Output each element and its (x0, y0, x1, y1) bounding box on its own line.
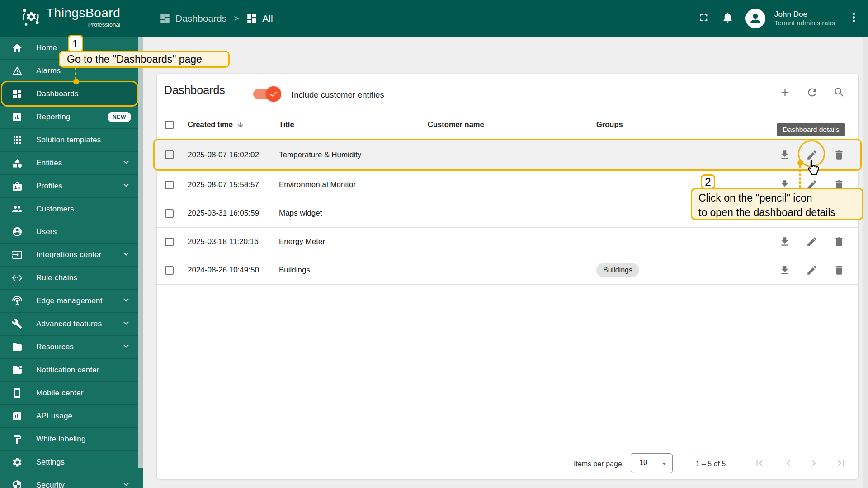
sidebar-item-label: White labeling (36, 435, 86, 444)
window-scrollbar[interactable] (863, 37, 868, 488)
fullscreen-icon (698, 11, 710, 23)
notifications-button[interactable] (722, 11, 734, 25)
sidebar-item-reporting[interactable]: Reporting NEW (0, 106, 138, 129)
chevron-down-icon (121, 318, 131, 330)
group-chip[interactable]: Buildings (596, 263, 639, 277)
chevron-down-icon (121, 180, 131, 192)
avatar[interactable] (745, 9, 765, 28)
more-vert-icon (848, 11, 860, 23)
chart-icon (12, 411, 23, 422)
sidebar-item-integrations-center[interactable]: Integrations center (0, 244, 138, 267)
step2-connector-dot (797, 160, 803, 166)
sidebar-item-white-labeling[interactable]: White labeling (0, 428, 138, 451)
logo-title: ThingsBoard (46, 5, 120, 21)
sidebar-item-resources[interactable]: Resources (0, 336, 138, 359)
download-icon (779, 149, 791, 161)
cell-title: Temperature & Humidity (279, 150, 361, 160)
pencil-icon (806, 236, 818, 248)
folder-icon (12, 342, 23, 352)
sidebar-item-profiles[interactable]: Profiles (0, 175, 138, 198)
sidebar-item-users[interactable]: Users (0, 221, 138, 244)
download-button[interactable] (779, 149, 791, 161)
thingsboard-logo-icon (19, 5, 42, 29)
table-row[interactable]: 2025-03-18 11:20:16 Energy Meter (157, 228, 858, 256)
user-name: John Doe (774, 9, 836, 19)
cell-created-time: 2025-08-07 16:02:02 (188, 150, 259, 160)
step1-connector-dot (73, 79, 79, 84)
sidebar-item-label: Mobile center (36, 389, 84, 398)
step1-number-badge: 1 (68, 35, 83, 52)
bell-icon (722, 11, 734, 23)
delete-button[interactable] (833, 264, 845, 276)
row-checkbox[interactable] (165, 209, 174, 218)
download-icon (779, 236, 791, 248)
cell-created-time: 2024-08-26 10:49:50 (188, 266, 259, 275)
more-menu-button[interactable] (848, 11, 860, 25)
edit-button[interactable] (806, 236, 818, 248)
row-checkbox[interactable] (165, 181, 174, 189)
home-icon (12, 42, 23, 53)
sidebar-item-label: Alarms (36, 66, 61, 75)
sidebar-item-label: Dashboards (36, 89, 79, 99)
sidebar-scrollbar[interactable] (138, 37, 143, 468)
row-checkbox[interactable] (165, 150, 174, 159)
sidebar-item-entities[interactable]: Entities (0, 152, 138, 175)
thingsboard-logo[interactable]: ThingsBoard Professional (19, 5, 120, 29)
breadcrumb-dashboards[interactable]: Dashboards (159, 13, 226, 24)
sidebar-item-api-usage[interactable]: API usage (0, 405, 138, 428)
logo-subtitle: Professional (46, 21, 120, 28)
delete-button[interactable] (833, 236, 845, 248)
new-badge: NEW (108, 112, 131, 122)
top-bar: ThingsBoard Professional Dashboards > Al… (0, 0, 868, 37)
breadcrumb-parent-label: Dashboards (175, 13, 226, 24)
sidebar-item-mobile-center[interactable]: Mobile center (0, 382, 138, 405)
sidebar-item-label: Rule chains (36, 273, 77, 282)
sidebar-item-label: Solution templates (36, 136, 101, 145)
gear-icon (12, 457, 23, 468)
table-row[interactable]: 2025-08-07 16:02:02 Temperature & Humidi… (157, 139, 858, 171)
paint-icon (12, 434, 23, 445)
sidebar-item-label: Home (36, 43, 57, 52)
cell-created-time: 2025-08-07 15:58:57 (188, 180, 259, 189)
sidebar-item-notification-center[interactable]: Notification center (0, 359, 138, 382)
fullscreen-button[interactable] (698, 11, 710, 25)
profiles-icon (12, 181, 23, 192)
row-checkbox[interactable] (165, 266, 174, 275)
download-button[interactable] (779, 236, 791, 248)
step2-tooltip: Click on the "pencil" icon to open the d… (691, 188, 863, 220)
sidebar-item-dashboards[interactable]: Dashboards (0, 83, 138, 106)
edge-antenna-icon (12, 296, 23, 306)
chevron-down-icon (121, 249, 131, 261)
breadcrumb-current-label: All (262, 13, 273, 24)
chevron-down-icon (121, 295, 131, 307)
breadcrumb-all[interactable]: All (246, 13, 273, 24)
sidebar-item-security[interactable]: Security (0, 474, 138, 488)
user-role: Tenant administrator (774, 19, 836, 28)
sidebar-item-label: Entities (36, 159, 62, 168)
sidebar-item-solution-templates[interactable]: Solution templates (0, 129, 138, 152)
cell-created-time: 2025-03-31 16:05:59 (188, 209, 259, 218)
mobile-icon (12, 388, 23, 399)
sidebar-item-settings[interactable]: Settings (0, 451, 138, 474)
trash-icon (833, 149, 845, 161)
sidebar-item-advanced-features[interactable]: Advanced features (0, 313, 138, 336)
sidebar-item-customers[interactable]: Customers (0, 198, 138, 221)
sidebar-item-rule-chains[interactable]: Rule chains (0, 267, 138, 290)
sidebar-item-edge-management[interactable]: Edge management (0, 290, 138, 313)
sidebar-item-label: Notification center (36, 366, 99, 375)
table-row[interactable]: 2024-08-26 10:49:50 Buildings Buildings (157, 256, 858, 285)
delete-button[interactable] (833, 149, 845, 161)
cell-title: Energy Meter (279, 237, 325, 246)
notification-center-icon (12, 365, 23, 375)
sidebar-item-label: Settings (36, 458, 65, 467)
sidebar-item-label: Customers (36, 205, 74, 214)
cell-title: Buildings (279, 266, 310, 275)
edit-button[interactable] (806, 264, 818, 276)
step1-dashed-line (75, 68, 76, 80)
row-checkbox[interactable] (165, 238, 174, 246)
chevron-down-icon (121, 479, 131, 488)
dashboard-group-icon (246, 13, 258, 24)
download-button[interactable] (779, 264, 791, 276)
step2-number-badge: 2 (701, 174, 715, 189)
chevron-down-icon (121, 157, 131, 169)
